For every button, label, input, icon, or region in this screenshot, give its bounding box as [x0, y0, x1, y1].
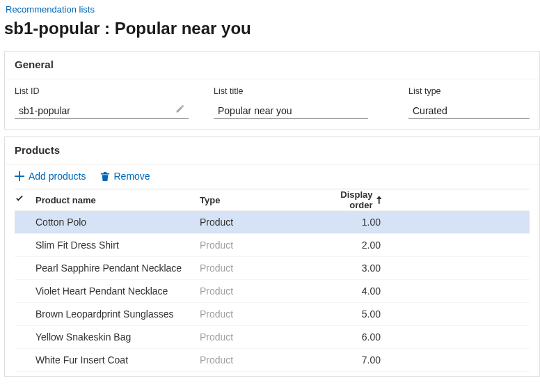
check-icon[interactable]: [15, 194, 24, 204]
products-header: Products: [5, 137, 539, 165]
products-section: Products Add products Remove Product nam…: [4, 136, 540, 377]
table-row[interactable]: White Fur Insert CoatProduct7.00: [15, 349, 530, 372]
cell-product-name: Cotton Polo: [33, 217, 200, 228]
general-section: General List ID List title List type: [4, 51, 540, 130]
cell-display-order: 4.00: [318, 285, 382, 297]
remove-label: Remove: [114, 171, 150, 182]
cell-display-order: 3.00: [318, 262, 382, 274]
col-product-name[interactable]: Product name: [33, 195, 200, 205]
list-type-label: List type: [408, 86, 530, 96]
breadcrumb[interactable]: Recommendation lists: [6, 4, 540, 15]
cell-display-order: 6.00: [318, 331, 382, 343]
cell-display-order: 1.00: [318, 217, 382, 228]
cell-display-order: 5.00: [318, 308, 382, 320]
list-id-input[interactable]: [15, 103, 189, 119]
cell-product-name: Violet Heart Pendant Necklace: [33, 285, 200, 297]
cell-type: Product: [200, 354, 318, 366]
page-title: sb1-popular : Popular near you: [4, 19, 540, 38]
cell-product-name: Brown Leopardprint Sunglasses: [33, 308, 200, 320]
cell-display-order: 2.00: [318, 240, 382, 251]
add-products-button[interactable]: Add products: [15, 171, 86, 182]
cell-product-name: Yellow Snakeskin Bag: [33, 331, 200, 343]
cell-type: Product: [200, 240, 318, 251]
cell-type: Product: [200, 217, 318, 228]
remove-button[interactable]: Remove: [100, 171, 150, 182]
add-products-label: Add products: [29, 171, 86, 182]
table-row[interactable]: Brown Leopardprint SunglassesProduct5.00: [15, 303, 530, 326]
cell-product-name: Slim Fit Dress Shirt: [33, 240, 200, 251]
list-title-input[interactable]: [214, 103, 368, 119]
cell-type: Product: [200, 285, 318, 297]
table-row[interactable]: Slim Fit Dress ShirtProduct2.00: [15, 234, 530, 257]
cell-type: Product: [200, 331, 318, 343]
list-type-input[interactable]: [408, 103, 530, 119]
table-row[interactable]: Cotton PoloProduct1.00: [15, 211, 530, 234]
col-type[interactable]: Type: [200, 195, 318, 205]
cell-type: Product: [200, 308, 318, 320]
table-row[interactable]: Violet Heart Pendant NecklaceProduct4.00: [15, 280, 530, 303]
table-row[interactable]: Pearl Sapphire Pendant NecklaceProduct3.…: [15, 257, 530, 280]
list-id-label: List ID: [15, 86, 189, 96]
cell-type: Product: [200, 262, 318, 274]
cell-product-name: Pearl Sapphire Pendant Necklace: [33, 262, 200, 274]
table-row[interactable]: Yellow Snakeskin BagProduct6.00: [15, 326, 530, 349]
products-table-header: Product name Type Display order: [15, 189, 530, 211]
add-icon: [15, 171, 24, 181]
cell-product-name: White Fur Insert Coat: [33, 354, 200, 366]
general-header: General: [5, 52, 539, 79]
trash-icon: [100, 171, 110, 181]
list-title-label: List title: [214, 86, 368, 96]
sort-asc-icon: [376, 196, 382, 204]
cell-display-order: 7.00: [318, 354, 382, 366]
col-display-order[interactable]: Display order: [318, 189, 382, 210]
